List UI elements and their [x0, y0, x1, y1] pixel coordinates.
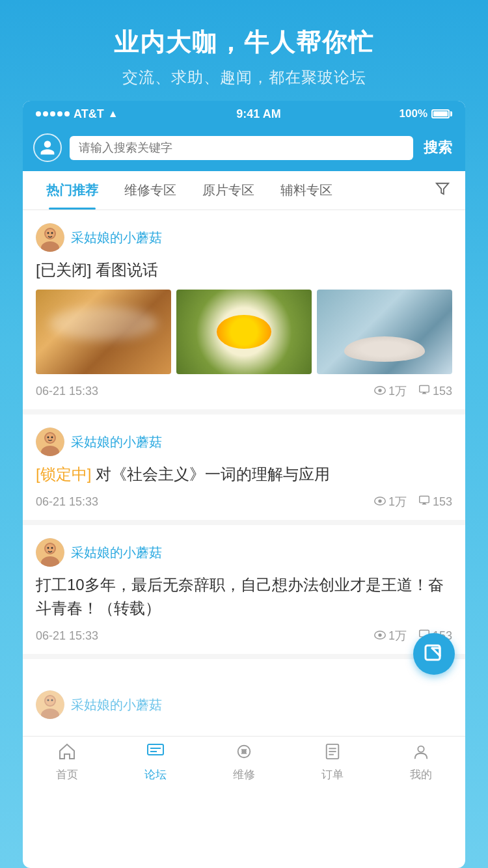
svg-rect-9 — [420, 385, 429, 392]
home-icon — [58, 743, 76, 765]
tab-nav: 热门推荐 维修专区 原片专区 辅料专区 — [23, 171, 465, 210]
battery-percent: 100% — [400, 107, 427, 120]
post-tag-2: [锁定中] — [36, 465, 91, 483]
svg-point-13 — [46, 433, 55, 442]
comments-stat-1: 153 — [418, 385, 452, 398]
tab-raw[interactable]: 原片专区 — [189, 171, 267, 210]
svg-point-17 — [378, 499, 381, 502]
post-date-3: 06-21 15:33 — [36, 629, 98, 643]
search-input[interactable] — [79, 141, 404, 155]
user-avatar-icon[interactable] — [33, 133, 62, 162]
post-avatar-2 — [36, 427, 64, 456]
battery-icon — [431, 109, 452, 118]
svg-point-32 — [46, 696, 55, 705]
nav-item-repair[interactable]: 维修 — [211, 743, 277, 782]
forum-icon — [146, 743, 165, 765]
search-bar: 搜索 — [23, 127, 465, 171]
svg-point-8 — [378, 388, 381, 392]
svg-point-15 — [51, 437, 53, 439]
comments-stat-2: 153 — [418, 495, 452, 509]
post-author-2: 采姑娘的小蘑菇 — [36, 427, 452, 456]
person-icon — [412, 743, 430, 765]
post-author-name-3: 采姑娘的小蘑菇 — [71, 544, 162, 562]
nav-label-forum: 论坛 — [144, 767, 167, 782]
svg-rect-35 — [148, 744, 163, 755]
svg-point-44 — [418, 746, 424, 752]
post-meta-3: 06-21 15:33 1万 — [36, 628, 452, 644]
status-bar: AT&T ▲ 9:41 AM 100% — [23, 101, 465, 127]
svg-point-14 — [47, 437, 49, 439]
wifi-icon: ▲ — [108, 108, 118, 120]
post-image-bread — [36, 290, 171, 374]
nav-label-home: 首页 — [56, 767, 78, 782]
post-item[interactable]: 采姑娘的小蘑菇 [已关闭] 看图说话 06-21 15:33 — [23, 210, 465, 414]
nav-item-mine[interactable]: 我的 — [388, 743, 454, 782]
views-count-2: 1万 — [388, 494, 407, 509]
post-title-2: [锁定中] 对《社会主义》一词的理解与应用 — [36, 463, 452, 486]
post-author-partial: 采姑娘的小蘑菇 — [36, 690, 452, 719]
post-tag-1: [已关闭] — [36, 261, 91, 278]
svg-point-26 — [378, 633, 381, 636]
post-meta-1: 06-21 15:33 1万 — [36, 383, 452, 399]
svg-point-23 — [47, 547, 49, 549]
eye-icon-3 — [374, 629, 386, 643]
post-item-2[interactable]: 采姑娘的小蘑菇 [锁定中] 对《社会主义》一词的理解与应用 06-21 15:3… — [23, 414, 465, 525]
views-stat-1: 1万 — [374, 383, 407, 399]
phone-frame: AT&T ▲ 9:41 AM 100% 搜索 热门推荐 维修专区 原片专区 辅料… — [23, 101, 465, 868]
bottom-nav: 首页 论坛 维修 — [23, 736, 465, 793]
views-count-1: 1万 — [388, 383, 407, 399]
post-author-name-2: 采姑娘的小蘑菇 — [71, 433, 162, 451]
post-author-3: 采姑娘的小蘑菇 — [36, 538, 452, 567]
carrier-label: AT&T — [74, 107, 104, 121]
search-input-wrap[interactable] — [70, 136, 413, 160]
nav-item-home[interactable]: 首页 — [34, 743, 100, 782]
post-stats-2: 1万 153 — [374, 494, 452, 509]
svg-point-34 — [51, 699, 53, 701]
nav-item-forum[interactable]: 论坛 — [123, 743, 188, 782]
partial-author-name: 采姑娘的小蘑菇 — [71, 696, 162, 714]
svg-point-5 — [47, 232, 49, 234]
post-partial: 采姑娘的小蘑菇 — [23, 659, 465, 736]
status-right: 100% — [400, 107, 452, 120]
views-count-3: 1万 — [388, 628, 407, 644]
post-avatar-3 — [36, 538, 64, 567]
comments-count-1: 153 — [433, 385, 452, 398]
filter-icon[interactable] — [430, 176, 455, 205]
svg-rect-18 — [420, 496, 429, 502]
search-button[interactable]: 搜索 — [421, 138, 455, 157]
nav-item-order[interactable]: 订单 — [300, 743, 365, 782]
wrench-icon — [235, 743, 253, 765]
views-stat-3: 1万 — [374, 628, 407, 644]
post-stats-1: 1万 153 — [374, 383, 452, 399]
posts-list: 采姑娘的小蘑菇 [已关闭] 看图说话 06-21 15:33 — [23, 210, 465, 736]
views-stat-2: 1万 — [374, 494, 407, 509]
svg-marker-0 — [437, 183, 448, 194]
time-display: 9:41 AM — [236, 107, 280, 121]
svg-point-6 — [51, 232, 53, 234]
tab-material[interactable]: 辅料专区 — [267, 171, 346, 210]
post-item-3[interactable]: 采姑娘的小蘑菇 打工10多年，最后无奈辞职，自己想办法创业才是王道！奋斗青春！（… — [23, 525, 465, 659]
comment-icon-2 — [418, 495, 430, 509]
tab-repair[interactable]: 维修专区 — [111, 171, 189, 210]
post-author-name-1: 采姑娘的小蘑菇 — [71, 229, 162, 247]
fab-button[interactable] — [413, 633, 455, 675]
eye-icon-2 — [374, 495, 386, 509]
post-avatar-1 — [36, 223, 64, 252]
svg-point-33 — [47, 699, 49, 701]
comments-count-2: 153 — [433, 495, 452, 509]
post-date-1: 06-21 15:33 — [36, 385, 98, 398]
comment-icon-1 — [418, 385, 430, 398]
nav-label-mine: 我的 — [410, 767, 432, 782]
post-image-egg — [176, 290, 312, 374]
nav-label-order: 订单 — [321, 767, 344, 782]
promo-title: 业内大咖，牛人帮你忙 — [13, 26, 475, 59]
tab-hot[interactable]: 热门推荐 — [33, 171, 111, 210]
order-icon — [323, 743, 342, 765]
post-image-coffee — [317, 290, 452, 374]
post-meta-2: 06-21 15:33 1万 — [36, 494, 452, 509]
signal-icon — [36, 111, 70, 116]
eye-icon — [374, 385, 386, 398]
post-author: 采姑娘的小蘑菇 — [36, 223, 452, 252]
svg-point-24 — [51, 547, 53, 549]
status-left: AT&T ▲ — [36, 107, 118, 121]
